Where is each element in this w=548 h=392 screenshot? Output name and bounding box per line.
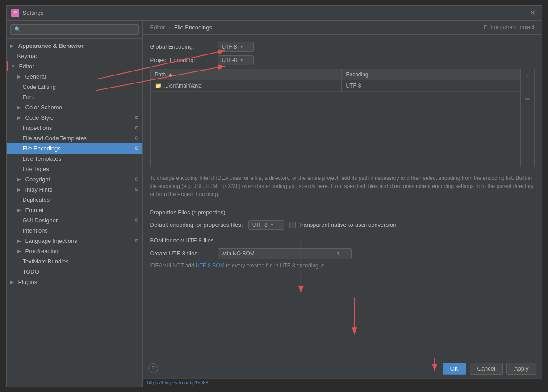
sidebar-item-file-types[interactable]: File Types — [7, 164, 142, 174]
create-utf8-label: Create UTF-8 files: — [150, 250, 213, 257]
sidebar-item-label: Appearance & Behavior — [18, 42, 84, 49]
dialog-title: Settings — [23, 9, 44, 16]
table-cell-path: 📁 ...\src\main\java — [151, 80, 342, 91]
sidebar-item-live-templates[interactable]: Live Templates — [7, 154, 142, 164]
status-url: https://blog.csdn.net/jl15988 — [147, 380, 209, 385]
apply-button[interactable]: Apply — [506, 363, 536, 375]
settings-icon: ⚙ — [134, 146, 139, 151]
bom-info-suffix: to every created file in UTF-8 encoding … — [225, 263, 324, 269]
properties-encoding-value: UTF-8 — [252, 222, 268, 228]
sidebar-item-general[interactable]: ▶ General — [7, 71, 142, 82]
dropdown-arrow-icon: ▼ — [336, 251, 341, 256]
sidebar-item-intentions[interactable]: Intentions — [7, 225, 142, 236]
col-path-label: Path — [155, 71, 166, 78]
sidebar-item-label: Color Scheme — [25, 104, 62, 111]
chevron-icon: ▶ — [17, 177, 23, 182]
sidebar-item-label: File and Code Templates — [23, 135, 87, 142]
search-input[interactable] — [10, 24, 139, 35]
dropdown-arrow-icon: ▼ — [240, 58, 244, 63]
sidebar-item-inlay-hints[interactable]: ▶ Inlay Hints ⚙ — [7, 184, 142, 195]
sidebar-item-code-editing[interactable]: Code Editing — [7, 82, 142, 92]
settings-icon: ⚙ — [134, 115, 139, 121]
sidebar-item-font[interactable]: Font — [7, 92, 142, 102]
sidebar-item-inspections[interactable]: Inspections ⚙ — [7, 123, 142, 133]
chevron-icon: ▶ — [10, 279, 16, 284]
sidebar-item-code-style[interactable]: ▶ Code Style ⚙ — [7, 113, 142, 123]
col-encoding-label: Encoding — [346, 71, 368, 78]
sidebar-item-label: General — [25, 73, 46, 80]
sort-icon: ▲ — [167, 71, 173, 78]
sidebar-item-emmet[interactable]: ▶ Emmet — [7, 205, 142, 215]
sidebar-item-todo[interactable]: TODO — [7, 267, 142, 277]
help-button[interactable]: ? — [148, 363, 158, 373]
col-path-header[interactable]: Path ▲ — [151, 69, 342, 80]
sidebar-item-label: Live Templates — [23, 155, 61, 162]
sidebar-item-label: File Encodings — [23, 145, 61, 152]
folder-icon: 📁 — [155, 83, 162, 89]
sidebar-item-keymap[interactable]: Keymap — [7, 51, 142, 61]
bom-info-text: IDEA will NOT add UTF-8 BOM to every cre… — [150, 263, 535, 269]
sidebar-item-appearance[interactable]: ▶ Appearance & Behavior — [7, 41, 142, 51]
sidebar-item-label: TextMate Bundles — [23, 258, 69, 265]
sidebar-item-label: Code Editing — [23, 83, 56, 90]
table-header-row: Path ▲ Encoding — [151, 69, 520, 80]
sidebar-item-label: File Types — [23, 166, 49, 172]
search-box — [7, 21, 142, 39]
content-area: Global Encoding: UTF-8 ▼ Project Encodin… — [143, 35, 542, 359]
project-encoding-label: Project Encoding: — [150, 57, 213, 63]
sidebar-item-language-injections[interactable]: ▶ Language Injections ⚙ — [7, 236, 142, 246]
sidebar-item-file-encodings[interactable]: File Encodings ⚙ — [7, 143, 142, 154]
project-encoding-dropdown[interactable]: UTF-8 ▼ — [218, 55, 254, 65]
chevron-icon: ▶ — [17, 105, 23, 110]
table-cell-encoding: UTF-8 — [342, 80, 520, 91]
global-encoding-value: UTF-8 — [222, 44, 237, 50]
sidebar-item-label: Emmet — [25, 207, 44, 213]
transparent-checkbox[interactable] — [289, 222, 296, 228]
encoding-value: UTF-8 — [346, 83, 361, 89]
chevron-icon: ▶ — [17, 238, 23, 243]
edit-row-button[interactable]: ✏ — [523, 94, 532, 104]
sidebar-item-label: TODO — [23, 268, 39, 275]
dialog-body: ▶ Appearance & Behavior Keymap ▼ Editor … — [7, 21, 542, 387]
sidebar-item-label: Keymap — [17, 53, 39, 59]
settings-dialog: P Settings ✕ ▶ Appearance & Behavior Key… — [6, 5, 542, 387]
sidebar-item-textmate-bundles[interactable]: TextMate Bundles — [7, 256, 142, 267]
sidebar-item-editor[interactable]: ▼ Editor — [7, 61, 142, 71]
breadcrumb-current: File Encodings — [174, 24, 212, 31]
close-button[interactable]: ✕ — [528, 8, 537, 17]
sidebar-item-label: Proofreading — [25, 248, 59, 254]
dropdown-arrow-icon: ▼ — [240, 45, 244, 49]
global-encoding-row: Global Encoding: UTF-8 ▼ — [150, 42, 535, 52]
add-row-button[interactable]: + — [523, 71, 532, 81]
global-encoding-dropdown[interactable]: UTF-8 ▼ — [218, 42, 254, 52]
properties-encoding-dropdown[interactable]: UTF-8 ▼ — [248, 220, 284, 230]
sidebar-item-label: Copyright — [25, 176, 50, 183]
chevron-icon: ▼ — [11, 64, 17, 69]
table-toolbar: + − ✏ — [520, 69, 534, 167]
sidebar-item-duplicates[interactable]: Duplicates — [7, 195, 142, 205]
sidebar-item-file-code-templates[interactable]: File and Code Templates ⚙ — [7, 133, 142, 143]
bom-info-link[interactable]: UTF-8 BOM — [196, 263, 225, 269]
sidebar-item-color-scheme[interactable]: ▶ Color Scheme — [7, 102, 142, 113]
bom-dropdown[interactable]: with NO BOM ▼ — [218, 248, 352, 259]
for-current-project-button[interactable]: 🗒 For current project — [483, 24, 534, 30]
path-value: ...\src\main\java — [164, 83, 202, 89]
sidebar-item-label: Code Style — [25, 114, 54, 121]
app-icon: P — [11, 9, 19, 17]
settings-icon: ⚙ — [134, 135, 139, 141]
sidebar-item-gui-designer[interactable]: GUI Designer ⚙ — [7, 215, 142, 225]
remove-row-button[interactable]: − — [523, 83, 532, 92]
settings-icon: ⚙ — [134, 238, 139, 244]
project-icon: 🗒 — [483, 24, 489, 30]
table-row[interactable]: 📁 ...\src\main\java UTF-8 — [151, 80, 520, 92]
chevron-icon: ▶ — [17, 208, 23, 213]
sidebar-item-copyright[interactable]: ▶ Copyright ⚙ — [7, 174, 142, 184]
cancel-button[interactable]: Cancel — [470, 363, 503, 375]
sidebar-item-label: GUI Designer — [23, 217, 58, 224]
dropdown-arrow-icon: ▼ — [270, 223, 274, 227]
sidebar-item-proofreading[interactable]: ▶ Proofreading — [7, 246, 142, 256]
sidebar-item-plugins[interactable]: ▶ Plugins — [7, 277, 142, 287]
ok-button[interactable]: OK — [443, 363, 466, 375]
info-text: To change encoding IntelliJ IDEA uses fo… — [150, 171, 535, 202]
transparent-label: Transparent native-to-ascii conversion — [298, 221, 397, 228]
